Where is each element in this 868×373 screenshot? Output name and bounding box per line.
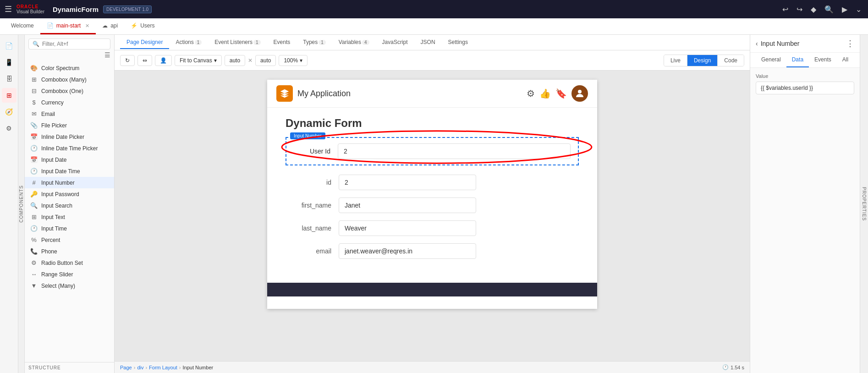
component-select-many[interactable]: ▼ Select (Many) bbox=[25, 280, 114, 291]
component-range-slider[interactable]: ↔ Range Slider bbox=[25, 269, 114, 280]
redo-icon[interactable]: ↪ bbox=[795, 3, 804, 16]
sidebar-icon-settings[interactable]: ⚙ bbox=[2, 121, 16, 136]
prop-tab-all[interactable]: All bbox=[837, 53, 854, 67]
subtab-settings[interactable]: Settings bbox=[442, 36, 474, 49]
breadcrumb-input-number[interactable]: Input Number bbox=[183, 365, 214, 370]
hamburger-icon[interactable]: ☰ bbox=[5, 4, 12, 14]
component-input-time[interactable]: 🕐 Input Time bbox=[25, 223, 114, 234]
oracle-text: ORACLE bbox=[16, 4, 44, 9]
tab-users-icon: ⚡ bbox=[131, 22, 137, 29]
prop-title-label: Input Number bbox=[761, 40, 800, 47]
user-id-input[interactable] bbox=[338, 143, 571, 159]
tab-main-start[interactable]: 📄 main-start ✕ bbox=[40, 18, 96, 34]
subtab-actions[interactable]: Actions1 bbox=[169, 36, 208, 49]
sidebar-icon-page[interactable]: 📄 bbox=[2, 38, 16, 53]
field-id: id bbox=[286, 175, 579, 190]
component-input-datetime[interactable]: 🕐 Input Date Time bbox=[25, 165, 114, 177]
component-input-date[interactable]: 📅 Input Date bbox=[25, 154, 114, 165]
fit-to-canvas-btn[interactable]: Fit to Canvas ▾ bbox=[175, 55, 222, 66]
subtab-javascript[interactable]: JavaScript bbox=[376, 36, 414, 49]
ci-inline-datetime-icon: 🕐 bbox=[30, 145, 38, 152]
search-icon[interactable]: 🔍 bbox=[823, 3, 835, 16]
subtab-events[interactable]: Events bbox=[267, 36, 297, 49]
ci-input-number-label: Input Number bbox=[41, 180, 75, 186]
components-search-input[interactable] bbox=[42, 41, 104, 47]
breadcrumb-bar: Page › div › Form Layout › Input Number … bbox=[115, 361, 750, 373]
refresh-btn[interactable]: ↻ bbox=[120, 55, 135, 66]
list-view-icon[interactable]: ☰ bbox=[104, 51, 110, 59]
settings-icon[interactable]: ⚙ bbox=[527, 88, 535, 99]
ci-color-label: Color Spectrum bbox=[41, 65, 79, 71]
components-panel: Components 🔍 ☰ 🎨 Color Spectrum bbox=[18, 35, 115, 373]
field-email: email bbox=[286, 243, 579, 259]
component-input-password[interactable]: 🔑 Input Password bbox=[25, 188, 114, 200]
bookmark-icon[interactable]: 🔖 bbox=[555, 88, 567, 99]
zoom-btn[interactable]: 100% ▾ bbox=[279, 55, 308, 66]
back-icon[interactable]: ‹ bbox=[756, 40, 758, 47]
person-btn[interactable]: 👤 bbox=[155, 55, 172, 66]
component-phone[interactable]: 📞 Phone bbox=[25, 246, 114, 257]
component-color-spectrum[interactable]: 🎨 Color Spectrum bbox=[25, 62, 114, 74]
field-lastname-input[interactable] bbox=[339, 220, 476, 236]
prop-tab-general[interactable]: General bbox=[756, 53, 786, 67]
play-icon[interactable]: ▶ bbox=[840, 3, 849, 16]
component-input-number[interactable]: # Input Number bbox=[25, 177, 114, 188]
code-btn[interactable]: Code bbox=[718, 55, 744, 66]
component-combobox-many[interactable]: ⊞ Combobox (Many) bbox=[25, 74, 114, 85]
breadcrumb-div[interactable]: div bbox=[137, 365, 143, 370]
component-inline-date-picker[interactable]: 📅 Inline Date Picker bbox=[25, 131, 114, 143]
component-radio-button-set[interactable]: ⚙ Radio Button Set bbox=[25, 257, 114, 269]
component-file-picker[interactable]: 📎 File Picker bbox=[25, 120, 114, 131]
component-percent[interactable]: % Percent bbox=[25, 234, 114, 246]
auto1-btn[interactable]: auto bbox=[225, 55, 245, 66]
diamond-icon[interactable]: ◆ bbox=[809, 3, 818, 16]
properties-side-panel: Properties bbox=[860, 35, 868, 373]
sidebar-icon-mobile[interactable]: 📱 bbox=[2, 55, 16, 70]
field-firstname-input[interactable] bbox=[339, 197, 476, 213]
thumbs-up-icon[interactable]: 👍 bbox=[539, 88, 551, 99]
prop-tab-events[interactable]: Events bbox=[809, 53, 837, 67]
component-email[interactable]: ✉ Email bbox=[25, 108, 114, 120]
ci-inline-datetime-label: Inline Date Time Picker bbox=[41, 145, 98, 152]
component-input-text[interactable]: ⊞ Input Text bbox=[25, 211, 114, 223]
field-id-input[interactable] bbox=[339, 175, 476, 190]
fit-btn[interactable]: ⇔ bbox=[137, 55, 152, 66]
ci-input-date-label: Input Date bbox=[41, 157, 66, 163]
tab-users[interactable]: ⚡ Users bbox=[124, 18, 161, 34]
subtab-event-listeners[interactable]: Event Listeners1 bbox=[208, 36, 267, 49]
tab-api[interactable]: ☁ api bbox=[96, 18, 124, 34]
subtab-types[interactable]: Types1 bbox=[297, 36, 332, 49]
subtab-page-designer[interactable]: Page Designer bbox=[120, 36, 169, 49]
component-currency[interactable]: $ Currency bbox=[25, 97, 114, 108]
tab-welcome[interactable]: Welcome bbox=[5, 18, 40, 34]
prop-menu-icon[interactable]: ⋮ bbox=[846, 38, 854, 49]
design-btn[interactable]: Design bbox=[687, 55, 718, 66]
sidebar-icon-components[interactable]: ⊞ bbox=[2, 88, 16, 103]
component-inline-datetime-picker[interactable]: 🕐 Inline Date Time Picker bbox=[25, 143, 114, 154]
breadcrumb-page[interactable]: Page bbox=[120, 365, 132, 370]
ci-phone-icon: 📞 bbox=[30, 248, 38, 255]
component-input-search[interactable]: 🔍 Input Search bbox=[25, 200, 114, 211]
structure-label: Structure bbox=[28, 365, 61, 370]
field-email-input[interactable] bbox=[339, 243, 476, 259]
undo-icon[interactable]: ↩ bbox=[780, 3, 790, 16]
content-area: 📄 📱 🗄 ⊞ 🧭 ⚙ Components 🔍 ☰ bbox=[0, 35, 868, 373]
breadcrumb-form-layout[interactable]: Form Layout bbox=[149, 365, 177, 370]
tab-close-icon[interactable]: ✕ bbox=[85, 23, 89, 29]
more-icon[interactable]: ⌄ bbox=[854, 3, 863, 16]
auto2-btn[interactable]: auto bbox=[255, 55, 276, 66]
prop-tab-data[interactable]: Data bbox=[786, 53, 809, 67]
sidebar-icon-data[interactable]: 🗄 bbox=[2, 71, 16, 86]
input-number-container[interactable]: Input Number User Id bbox=[286, 137, 579, 165]
field-last-name: last_name bbox=[286, 220, 579, 236]
value-input[interactable] bbox=[756, 82, 854, 94]
component-combobox-one[interactable]: ⊟ Combobox (One) bbox=[25, 85, 114, 97]
live-btn[interactable]: Live bbox=[664, 55, 687, 66]
sidebar-icon-nav[interactable]: 🧭 bbox=[2, 104, 16, 119]
subtab-variables[interactable]: Variables4 bbox=[332, 36, 376, 49]
ci-currency-icon: $ bbox=[30, 99, 38, 106]
subtab-json[interactable]: JSON bbox=[414, 36, 442, 49]
ci-input-time-label: Input Time bbox=[41, 225, 67, 232]
app-logo: My Application bbox=[276, 85, 351, 102]
input-number-wrapper: Input Number User Id bbox=[286, 137, 579, 165]
